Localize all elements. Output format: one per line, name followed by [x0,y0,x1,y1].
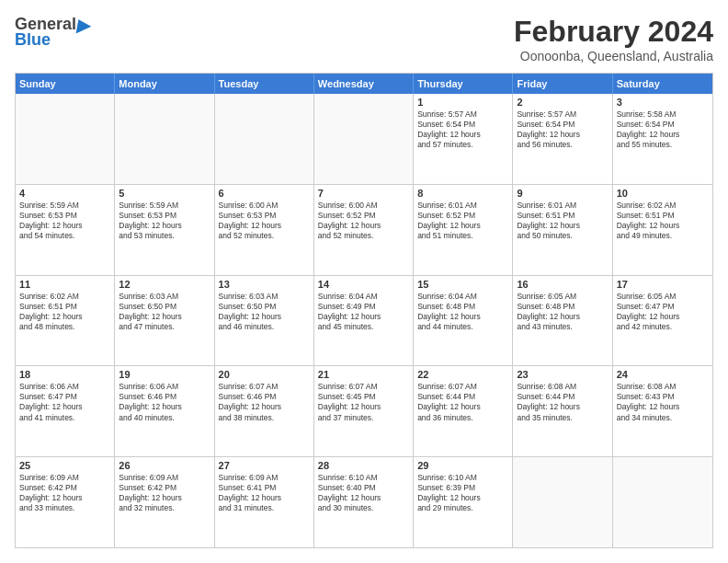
day-cell-3: 3Sunrise: 5:58 AMSunset: 6:54 PMDaylight… [613,94,712,184]
header-friday: Friday [513,74,612,94]
day-info: Sunrise: 6:09 AMSunset: 6:42 PMDaylight:… [19,473,110,513]
day-number: 16 [517,279,608,290]
day-cell-10: 10Sunrise: 6:02 AMSunset: 6:51 PMDayligh… [613,185,712,275]
day-cell-4: 4Sunrise: 5:59 AMSunset: 6:53 PMDaylight… [16,185,115,275]
day-info: Sunrise: 6:08 AMSunset: 6:44 PMDaylight:… [517,382,608,422]
day-number: 22 [417,369,508,380]
day-cell-29: 29Sunrise: 6:10 AMSunset: 6:39 PMDayligh… [414,457,513,547]
day-info: Sunrise: 6:00 AMSunset: 6:52 PMDaylight:… [318,201,409,241]
day-cell-14: 14Sunrise: 6:04 AMSunset: 6:49 PMDayligh… [314,276,414,366]
day-number: 26 [119,460,210,471]
day-info: Sunrise: 6:05 AMSunset: 6:48 PMDaylight:… [517,292,608,332]
day-cell-13: 13Sunrise: 6:03 AMSunset: 6:50 PMDayligh… [215,276,314,366]
day-number: 7 [318,188,409,199]
day-info: Sunrise: 6:04 AMSunset: 6:49 PMDaylight:… [318,292,409,332]
day-number: 18 [19,369,110,380]
calendar: Sunday Monday Tuesday Wednesday Thursday… [15,73,713,548]
week-row-0: 1Sunrise: 5:57 AMSunset: 6:54 PMDaylight… [16,94,712,185]
empty-cell-4-6 [613,457,712,547]
header-monday: Monday [115,74,214,94]
day-cell-19: 19Sunrise: 6:06 AMSunset: 6:46 PMDayligh… [115,366,214,456]
empty-cell-0-1 [115,94,214,184]
header-thursday: Thursday [414,74,513,94]
day-info: Sunrise: 6:03 AMSunset: 6:50 PMDaylight:… [219,292,310,332]
day-number: 20 [219,369,310,380]
day-number: 28 [318,460,409,471]
day-number: 25 [19,460,110,471]
day-info: Sunrise: 6:04 AMSunset: 6:48 PMDaylight:… [417,292,508,332]
day-cell-6: 6Sunrise: 6:00 AMSunset: 6:53 PMDaylight… [215,185,314,275]
day-info: Sunrise: 6:09 AMSunset: 6:42 PMDaylight:… [119,473,210,513]
day-number: 13 [219,279,310,290]
day-info: Sunrise: 5:57 AMSunset: 6:54 PMDaylight:… [417,109,508,150]
day-info: Sunrise: 6:01 AMSunset: 6:52 PMDaylight:… [417,201,508,241]
empty-cell-0-0 [16,94,115,184]
day-cell-21: 21Sunrise: 6:07 AMSunset: 6:45 PMDayligh… [314,366,414,456]
day-info: Sunrise: 6:05 AMSunset: 6:47 PMDaylight:… [617,292,709,332]
day-cell-16: 16Sunrise: 6:05 AMSunset: 6:48 PMDayligh… [513,276,612,366]
day-cell-20: 20Sunrise: 6:07 AMSunset: 6:46 PMDayligh… [215,366,314,456]
day-info: Sunrise: 6:07 AMSunset: 6:45 PMDaylight:… [318,382,409,422]
day-info: Sunrise: 6:08 AMSunset: 6:43 PMDaylight:… [617,382,709,422]
day-number: 14 [318,279,409,290]
day-number: 15 [417,279,508,290]
header-tuesday: Tuesday [215,74,314,94]
day-info: Sunrise: 6:07 AMSunset: 6:46 PMDaylight:… [219,382,310,422]
day-cell-2: 2Sunrise: 5:57 AMSunset: 6:54 PMDaylight… [513,94,612,184]
day-number: 27 [219,460,310,471]
day-cell-1: 1Sunrise: 5:57 AMSunset: 6:54 PMDaylight… [414,94,513,184]
day-cell-24: 24Sunrise: 6:08 AMSunset: 6:43 PMDayligh… [613,366,712,456]
logo: General ▶ Blue [15,15,91,50]
header-saturday: Saturday [613,74,712,94]
month-title: February 2024 [514,15,713,49]
day-number: 11 [19,279,110,290]
calendar-body: 1Sunrise: 5:57 AMSunset: 6:54 PMDaylight… [16,94,712,547]
day-number: 10 [617,188,709,199]
day-number: 17 [617,279,709,290]
calendar-header: Sunday Monday Tuesday Wednesday Thursday… [16,74,712,94]
day-number: 6 [219,188,310,199]
header-sunday: Sunday [16,74,115,94]
day-info: Sunrise: 5:59 AMSunset: 6:53 PMDaylight:… [19,201,110,241]
day-cell-7: 7Sunrise: 6:00 AMSunset: 6:52 PMDaylight… [314,185,414,275]
day-number: 29 [417,460,508,471]
day-cell-27: 27Sunrise: 6:09 AMSunset: 6:41 PMDayligh… [215,457,314,547]
day-info: Sunrise: 6:10 AMSunset: 6:40 PMDaylight:… [318,473,409,513]
day-number: 19 [119,369,210,380]
day-cell-28: 28Sunrise: 6:10 AMSunset: 6:40 PMDayligh… [314,457,414,547]
day-cell-26: 26Sunrise: 6:09 AMSunset: 6:42 PMDayligh… [115,457,214,547]
day-number: 9 [517,188,608,199]
day-info: Sunrise: 5:59 AMSunset: 6:53 PMDaylight:… [119,201,210,241]
location-subtitle: Oonoonba, Queensland, Australia [514,49,713,63]
day-cell-12: 12Sunrise: 6:03 AMSunset: 6:50 PMDayligh… [115,276,214,366]
day-number: 5 [119,188,210,199]
day-cell-25: 25Sunrise: 6:09 AMSunset: 6:42 PMDayligh… [16,457,115,547]
day-number: 21 [318,369,409,380]
empty-cell-4-5 [513,457,612,547]
title-block: February 2024 Oonoonba, Queensland, Aust… [514,15,713,63]
day-number: 1 [417,97,508,108]
day-info: Sunrise: 6:06 AMSunset: 6:47 PMDaylight:… [19,382,110,422]
week-row-1: 4Sunrise: 5:59 AMSunset: 6:53 PMDaylight… [16,185,712,276]
day-info: Sunrise: 6:02 AMSunset: 6:51 PMDaylight:… [19,292,110,332]
day-info: Sunrise: 6:00 AMSunset: 6:53 PMDaylight:… [219,201,310,241]
logo-blue: Blue [15,30,51,50]
empty-cell-0-3 [314,94,414,184]
day-info: Sunrise: 5:58 AMSunset: 6:54 PMDaylight:… [617,109,709,150]
header-wednesday: Wednesday [314,74,414,94]
day-cell-11: 11Sunrise: 6:02 AMSunset: 6:51 PMDayligh… [16,276,115,366]
day-cell-15: 15Sunrise: 6:04 AMSunset: 6:48 PMDayligh… [414,276,513,366]
logo-chevron-icon: ▶ [75,16,93,34]
day-cell-18: 18Sunrise: 6:06 AMSunset: 6:47 PMDayligh… [16,366,115,456]
day-number: 3 [617,97,709,108]
week-row-3: 18Sunrise: 6:06 AMSunset: 6:47 PMDayligh… [16,366,712,457]
day-info: Sunrise: 6:09 AMSunset: 6:41 PMDaylight:… [219,473,310,513]
day-number: 8 [417,188,508,199]
day-info: Sunrise: 5:57 AMSunset: 6:54 PMDaylight:… [517,109,608,150]
week-row-4: 25Sunrise: 6:09 AMSunset: 6:42 PMDayligh… [16,457,712,547]
day-number: 2 [517,97,608,108]
day-cell-5: 5Sunrise: 5:59 AMSunset: 6:53 PMDaylight… [115,185,214,275]
day-info: Sunrise: 6:10 AMSunset: 6:39 PMDaylight:… [417,473,508,513]
week-row-2: 11Sunrise: 6:02 AMSunset: 6:51 PMDayligh… [16,276,712,367]
day-number: 4 [19,188,110,199]
